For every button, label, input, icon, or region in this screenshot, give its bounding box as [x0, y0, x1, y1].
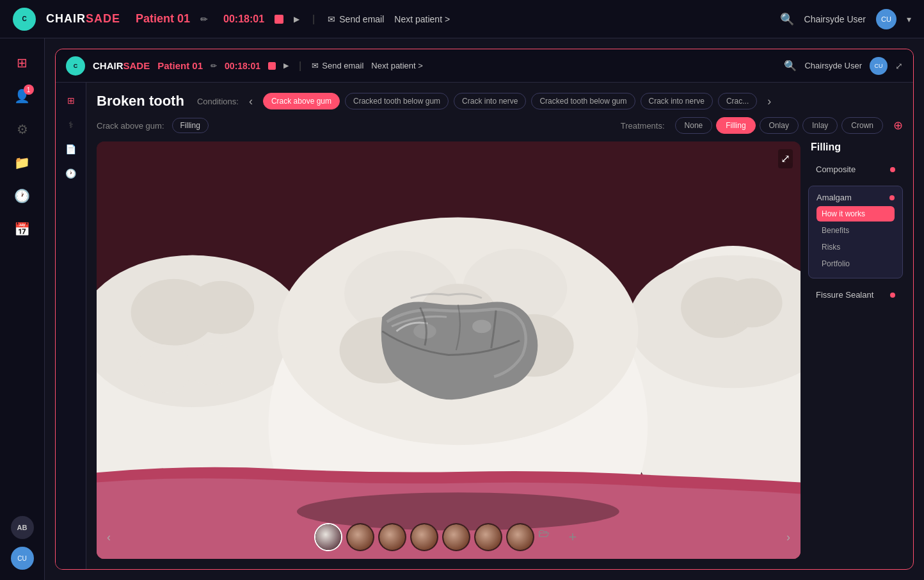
left-sidebar: ⊞ 👤 1 ⚙ 📁 🕐 📅 AB CU	[0, 38, 45, 580]
thumbnail-item-3[interactable]	[378, 523, 406, 551]
right-panel-title: Filling	[808, 141, 903, 153]
sidebar-item-files[interactable]: 📁	[8, 149, 36, 177]
inner-nav-history[interactable]: 🕐	[61, 163, 81, 184]
svg-point-8	[185, 344, 238, 385]
amalgam-sub-items: How it works Benefits Risks Portfolio	[816, 206, 895, 271]
inner-user-name: Chairsyde User	[804, 61, 862, 70]
condition-pill-cracked-tooth-below-gum-2[interactable]: Cracked tooth below gum	[531, 93, 635, 109]
condition-pill-crack-into-nerve-2[interactable]: Crack into nerve	[641, 93, 713, 109]
conditions-prev-button[interactable]: ‹	[246, 95, 255, 108]
treatment-pill-none[interactable]: None	[675, 117, 713, 134]
amalgam-option[interactable]: Amalgam How it works Benefits Risks Port…	[808, 186, 903, 278]
top-send-email-button[interactable]: ✉ Send email	[328, 14, 384, 24]
inner-search-icon[interactable]: 🔍	[784, 60, 797, 72]
condition-pill-crack-above-gum[interactable]: Crack above gum	[263, 93, 340, 109]
inner-nav-note[interactable]: 📄	[61, 139, 81, 159]
condition-pill-crack-into-nerve[interactable]: Crack into nerve	[454, 93, 526, 109]
sidebar-item-patients[interactable]: 👤 1	[8, 82, 36, 110]
top-stop-button[interactable]	[275, 15, 283, 24]
inner-send-email-button[interactable]: ✉ Send email	[312, 61, 363, 70]
filling-sub-pill[interactable]: Filling	[172, 118, 209, 133]
thumbnail-item-2[interactable]	[346, 523, 374, 551]
top-next-patient-button[interactable]: Next patient >	[394, 14, 450, 24]
condition-pills: Crack above gum Cracked tooth below gum …	[263, 93, 757, 109]
top-navigation: C CHAIRSADE Patient 01 ✏ 00:18:01 ▶ | ✉ …	[0, 0, 924, 38]
top-timer: 00:18:01	[223, 13, 264, 25]
top-play-button[interactable]: ▶	[294, 15, 299, 24]
email-icon: ✉	[328, 14, 335, 24]
svg-point-20	[413, 324, 436, 339]
thumbnail-item-7[interactable]	[506, 523, 534, 551]
visualization-area: ⤢	[97, 141, 903, 559]
sidebar-item-calendar[interactable]: 📅	[8, 215, 36, 243]
condition-title: Broken tooth	[97, 93, 184, 109]
content-area: C CHAIRSADE Patient 01 ✏ 00:18:01 ▶ | ✉ …	[45, 38, 924, 580]
thumbnail-add-button[interactable]: +	[562, 527, 583, 547]
condition-pill-crac[interactable]: Crac...	[718, 93, 757, 109]
inner-left-nav: ⊞ ⚕ 📄 🕐	[56, 83, 86, 569]
treatment-pill-crown[interactable]: Crown	[841, 117, 883, 134]
inner-expand-icon[interactable]: ⤢	[895, 61, 903, 71]
fissure-sealant-option[interactable]: Fissure Sealant	[808, 284, 903, 306]
treatment-pill-onlay[interactable]: Onlay	[760, 117, 799, 134]
amalgam-label: Amalgam	[816, 193, 895, 202]
benefits-item[interactable]: Benefits	[816, 223, 895, 238]
inner-patient-label: Patient 01	[157, 60, 203, 71]
inner-nav-tooth[interactable]: ⚕	[61, 115, 81, 135]
sidebar-avatar-ab[interactable]: AB	[11, 516, 34, 539]
inner-next-patient-button[interactable]: Next patient >	[371, 61, 423, 70]
top-edit-icon[interactable]: ✏	[200, 14, 208, 24]
portfolio-item[interactable]: Portfolio	[816, 256, 895, 271]
inner-top-bar: C CHAIRSADE Patient 01 ✏ 00:18:01 ▶ | ✉ …	[56, 49, 913, 83]
top-user-menu-chevron[interactable]: ▾	[907, 14, 911, 24]
thumbnails-next-button[interactable]: ›	[786, 531, 790, 544]
thumbnail-folder-icon[interactable]: 🗁	[538, 527, 559, 547]
tooth-illustration	[97, 141, 801, 559]
top-patient-label: Patient 01	[136, 12, 190, 26]
sidebar-avatar-img[interactable]: CU	[11, 547, 34, 570]
composite-option[interactable]: Composite	[808, 158, 903, 181]
treatment-add-icon[interactable]: ⊕	[893, 118, 903, 133]
conditions-label: Conditions:	[197, 97, 239, 106]
thumbnail-item-5[interactable]	[442, 523, 470, 551]
tooth-expand-button[interactable]: ⤢	[778, 149, 793, 168]
thumbnail-strip: 🗁 +	[116, 523, 781, 551]
inner-frame-body: ⊞ ⚕ 📄 🕐 Broken tooth Conditions: ‹ Crack…	[56, 83, 913, 569]
sidebar-item-history[interactable]: 🕐	[8, 182, 36, 210]
thumbnails-prev-button[interactable]: ‹	[107, 531, 111, 544]
fissure-sealant-dot	[890, 293, 895, 298]
thumbnail-item-6[interactable]	[474, 523, 502, 551]
top-logo: C	[13, 8, 36, 31]
composite-dot	[890, 167, 895, 172]
main-content: Broken tooth Conditions: ‹ Crack above g…	[86, 83, 913, 569]
svg-point-12	[722, 278, 783, 327]
inner-edit-icon[interactable]: ✏	[211, 61, 217, 70]
treatment-pill-filling[interactable]: Filling	[716, 117, 755, 134]
svg-point-21	[472, 320, 491, 334]
main-layout: ⊞ 👤 1 ⚙ 📁 🕐 📅 AB CU C CHAIRSADE Patient …	[0, 38, 924, 580]
inner-play-button[interactable]: ▶	[283, 61, 289, 70]
sidebar-item-settings[interactable]: ⚙	[8, 115, 36, 143]
treatment-pill-inlay[interactable]: Inlay	[802, 117, 838, 134]
top-user-avatar[interactable]: CU	[876, 9, 896, 29]
risks-item[interactable]: Risks	[816, 239, 895, 255]
condition-pill-cracked-tooth-below-gum[interactable]: Cracked tooth below gum	[345, 93, 449, 109]
how-it-works-item[interactable]: How it works	[816, 206, 895, 222]
treatments-label: Treatments:	[621, 121, 665, 131]
top-search-icon[interactable]: 🔍	[780, 12, 794, 26]
treatment-row: Crack above gum: Filling Treatments: Non…	[97, 117, 903, 134]
thumbnail-item-4[interactable]	[410, 523, 438, 551]
bottom-thumbnail-strip: ‹	[97, 523, 801, 551]
conditions-next-button[interactable]: ›	[765, 95, 774, 108]
inner-stop-button[interactable]	[268, 62, 276, 70]
inner-user-avatar[interactable]: CU	[870, 57, 888, 75]
sidebar-item-grid[interactable]: ⊞	[8, 49, 36, 77]
inner-brand: CHAIRSADE	[93, 60, 150, 71]
right-panel: Filling Composite	[808, 141, 903, 559]
treatment-pills: None Filling Onlay Inlay Crown	[675, 117, 883, 134]
inner-nav-grid[interactable]: ⊞	[61, 90, 81, 111]
thumbnail-item-1[interactable]	[314, 523, 342, 551]
svg-point-6	[188, 281, 255, 334]
inner-email-icon: ✉	[312, 61, 319, 70]
svg-point-7	[136, 346, 193, 393]
